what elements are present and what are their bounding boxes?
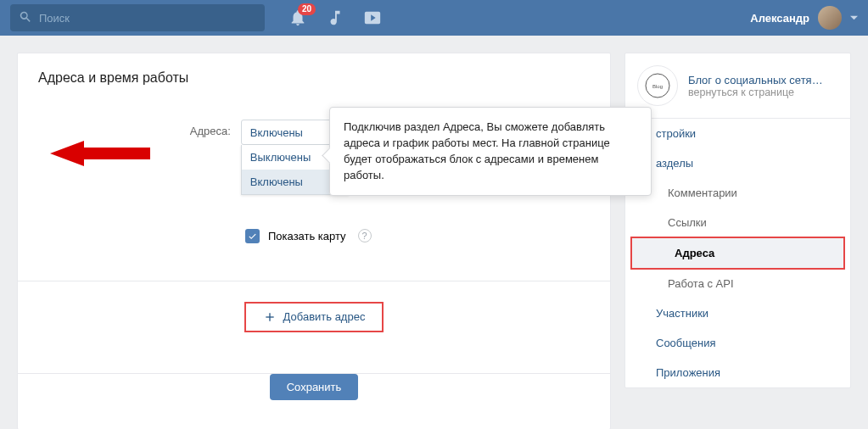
sidebar-item-settings[interactable]: стройки bbox=[625, 119, 850, 148]
sidebar-item-api[interactable]: Работа с API bbox=[625, 269, 850, 298]
select-value: Включены bbox=[250, 126, 303, 139]
add-address-label: Добавить адрес bbox=[283, 310, 366, 323]
page-body: Адреса и время работы Адреса: Включены В… bbox=[0, 36, 868, 429]
plus-icon bbox=[263, 310, 277, 324]
sidebar-item-apps[interactable]: Приложения bbox=[625, 358, 850, 387]
avatar bbox=[818, 6, 842, 30]
sidebar-item-links[interactable]: Ссылки bbox=[625, 208, 850, 237]
notifications-icon[interactable]: 20 bbox=[288, 8, 307, 27]
svg-text:Blog: Blog bbox=[652, 84, 663, 89]
search-input[interactable] bbox=[39, 12, 256, 25]
header-icons: 20 bbox=[288, 8, 382, 27]
help-icon[interactable]: ? bbox=[358, 229, 372, 242]
page-title: Адреса и время работы bbox=[38, 70, 590, 86]
save-button[interactable]: Сохранить bbox=[270, 374, 359, 400]
sidebar-item-members[interactable]: Участники bbox=[625, 298, 850, 328]
app-header: 20 Александр bbox=[0, 0, 868, 36]
addresses-label: Адреса: bbox=[38, 120, 231, 137]
show-map-checkbox[interactable] bbox=[245, 229, 260, 243]
sidebar-item-sections[interactable]: азделы bbox=[625, 148, 850, 178]
chevron-down-icon bbox=[850, 12, 858, 25]
blog-logo-icon: Blog bbox=[637, 65, 678, 106]
sidebar-item-addresses[interactable]: Адреса bbox=[632, 238, 843, 268]
add-address-button[interactable]: Добавить адрес bbox=[244, 302, 384, 332]
show-map-label: Показать карту bbox=[268, 230, 346, 242]
sidebar-item-messages[interactable]: Сообщения bbox=[625, 328, 850, 358]
sidebar-menu: стройки азделы Комментарии Ссылки Адреса… bbox=[625, 118, 850, 387]
sidebar: Blog Блог о социальных сетя… вернуться к… bbox=[624, 53, 851, 388]
video-icon[interactable] bbox=[363, 8, 382, 27]
blog-header[interactable]: Blog Блог о социальных сетя… вернуться к… bbox=[625, 53, 850, 118]
music-icon[interactable] bbox=[326, 8, 344, 27]
sidebar-item-comments[interactable]: Комментарии bbox=[625, 178, 850, 208]
search-box[interactable] bbox=[10, 4, 265, 31]
popover-text: Подключив раздел Адреса, Вы сможете доба… bbox=[344, 120, 610, 181]
user-menu[interactable]: Александр bbox=[750, 6, 858, 30]
notification-badge: 20 bbox=[298, 3, 316, 15]
info-popover: Подключив раздел Адреса, Вы сможете доба… bbox=[329, 107, 652, 196]
blog-title-link[interactable]: Блог о социальных сетя… bbox=[688, 74, 823, 86]
search-icon bbox=[19, 10, 39, 26]
user-name: Александр bbox=[750, 12, 809, 25]
blog-back-link[interactable]: вернуться к странице bbox=[688, 86, 823, 98]
